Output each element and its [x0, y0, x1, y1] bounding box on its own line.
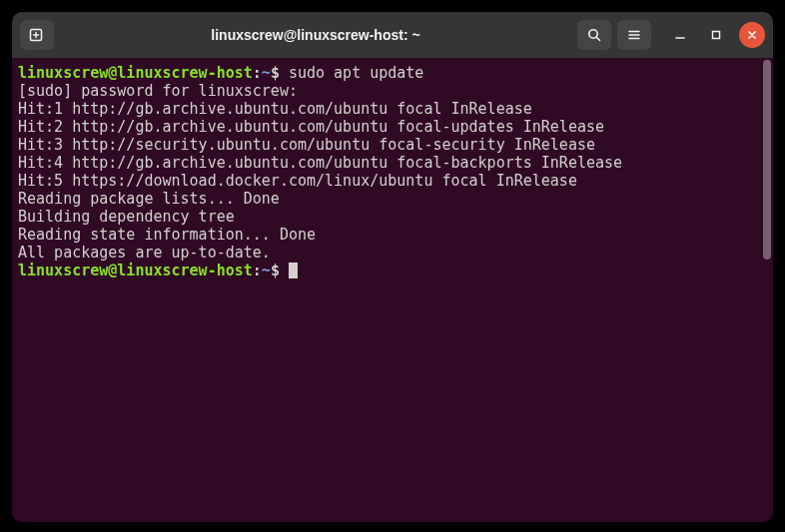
output-line: Hit:4 http://gb.archive.ubuntu.com/ubunt… [18, 154, 622, 172]
terminal-content[interactable]: linuxscrew@linuxscrew-host:~$ sudo apt u… [12, 58, 773, 522]
output-line: All packages are up-to-date. [18, 244, 271, 262]
output-line: [sudo] password for linuxscrew: [18, 82, 307, 100]
terminal-window: linuxscrew@linuxscrew-host: ~ [12, 12, 773, 522]
output-line: Reading package lists... Done [18, 190, 280, 208]
output-line: Hit:3 http://security.ubuntu.com/ubuntu … [18, 136, 595, 154]
new-tab-icon [29, 27, 45, 43]
output-line: Hit:1 http://gb.archive.ubuntu.com/ubunt… [18, 100, 532, 118]
search-icon [586, 27, 602, 43]
scrollbar[interactable] [763, 60, 771, 260]
new-tab-button[interactable] [20, 20, 54, 50]
prompt-path: ~ [262, 262, 271, 279]
prompt-colon: : [253, 64, 262, 82]
output-line: Reading state information... Done [18, 226, 316, 244]
minimize-icon [674, 29, 686, 41]
output-line: Hit:5 https://download.docker.com/linux/… [18, 172, 577, 190]
hamburger-icon [626, 27, 642, 43]
prompt-dollar: $ [271, 64, 280, 82]
svg-rect-2 [713, 32, 720, 39]
maximize-button[interactable] [703, 22, 729, 48]
prompt-path: ~ [262, 64, 271, 82]
prompt-user-host: linuxscrew@linuxscrew-host [18, 262, 253, 279]
maximize-icon [710, 29, 722, 41]
cursor [289, 263, 298, 278]
close-button[interactable] [739, 22, 765, 48]
close-icon [746, 29, 758, 41]
prompt-user-host: linuxscrew@linuxscrew-host [18, 64, 253, 82]
output-line: Building dependency tree [18, 208, 298, 226]
output-line: Hit:2 http://gb.archive.ubuntu.com/ubunt… [18, 118, 604, 136]
minimize-button[interactable] [667, 22, 693, 48]
titlebar: linuxscrew@linuxscrew-host: ~ [12, 12, 773, 58]
menu-button[interactable] [617, 20, 651, 50]
prompt-dollar: $ [271, 262, 280, 279]
command-text: sudo apt update [289, 64, 423, 82]
window-title: linuxscrew@linuxscrew-host: ~ [60, 27, 571, 43]
search-button[interactable] [577, 20, 611, 50]
prompt-colon: : [253, 262, 262, 279]
